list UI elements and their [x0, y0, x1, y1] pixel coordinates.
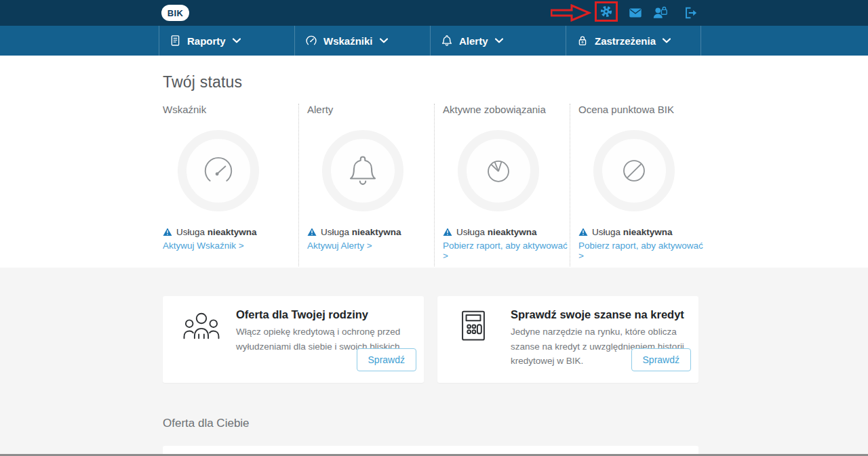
- chevron-down-icon: [495, 38, 503, 43]
- bell-icon: [440, 33, 454, 48]
- status-warning: Usługa nieaktywna: [578, 227, 705, 237]
- status-label: Usługa: [321, 227, 349, 237]
- activate-alerty-link[interactable]: Aktywuj Alerty >: [307, 241, 434, 251]
- top-bar: BIK: [0, 0, 868, 26]
- status-card-wskaznik: Wskaźnik Usługa nieaktywna Aktywuj Wskaź…: [163, 104, 298, 266]
- status-ring: [593, 130, 675, 211]
- status-warning: Usługa nieaktywna: [443, 227, 570, 237]
- status-card-zobowiazania: Aktywne zobowiązania Usługa nieaktywna: [434, 104, 570, 266]
- documents-icon: [169, 33, 182, 48]
- offer-title: Oferta dla Twojej rodziny: [236, 308, 368, 321]
- nav-label: Wskaźniki: [323, 35, 373, 47]
- gauge-icon: [198, 150, 239, 191]
- status-value: nieaktywna: [488, 227, 537, 237]
- status-card-title: Alerty: [307, 104, 434, 116]
- nav-label: Alerty: [459, 35, 488, 47]
- offer-title: Sprawdź swoje szanse na kredyt: [511, 308, 684, 321]
- chevron-down-icon: [380, 38, 388, 43]
- warning-triangle-icon: [307, 228, 317, 236]
- status-value: nieaktywna: [352, 227, 401, 237]
- warning-triangle-icon: [578, 228, 588, 236]
- annotation-red-arrow-icon: [551, 4, 591, 22]
- no-entry-icon: [614, 151, 654, 190]
- messages-envelope-icon[interactable]: [627, 5, 644, 21]
- sprawdz-button[interactable]: Sprawdź: [357, 348, 416, 371]
- bell-icon: [344, 151, 382, 190]
- download-report-link[interactable]: Pobierz raport, aby aktywować >: [578, 241, 705, 261]
- offers-section: Oferta dla Twojej rodziny Włącz opiekę k…: [0, 268, 868, 456]
- status-card-title: Wskaźnik: [163, 104, 298, 116]
- main-nav: Raporty Wskaźniki: [0, 26, 868, 56]
- page-title: Twój status: [163, 73, 242, 91]
- warning-triangle-icon: [163, 228, 172, 236]
- offer-card-family: Oferta dla Twojej rodziny Włącz opiekę k…: [163, 296, 424, 383]
- annotation-red-box: [595, 1, 618, 22]
- bik-portal-screen: BIK: [0, 0, 868, 456]
- status-label: Usługa: [176, 227, 205, 237]
- status-ring: [458, 130, 539, 211]
- nav-label: Raporty: [187, 35, 226, 47]
- nav-label: Zastrzeżenia: [595, 35, 656, 47]
- offer-card-credit-chances: Sprawdź swoje szanse na kredyt Jedyne na…: [437, 296, 698, 383]
- pie-chart-icon: [479, 151, 518, 190]
- padlock-icon: [576, 33, 589, 48]
- activate-wskaznik-link[interactable]: Aktywuj Wskaźnik >: [163, 241, 298, 251]
- bik-logo-text: BIK: [167, 8, 184, 18]
- logout-icon[interactable]: [682, 5, 698, 21]
- sprawdz-button[interactable]: Sprawdź: [631, 348, 691, 371]
- status-value: nieaktywna: [208, 227, 257, 237]
- status-cards: Wskaźnik Usługa nieaktywna Aktywuj Wskaź…: [163, 104, 705, 266]
- nav-item-alerty[interactable]: Alerty: [430, 26, 566, 56]
- user-profile-icon[interactable]: [652, 5, 669, 21]
- nav-item-wskazniki[interactable]: Wskaźniki: [294, 26, 430, 56]
- gauge-icon: [304, 34, 318, 47]
- status-value: nieaktywna: [623, 227, 673, 237]
- bik-logo[interactable]: BIK: [161, 5, 189, 21]
- status-ring: [178, 130, 259, 211]
- status-warning: Usługa nieaktywna: [163, 227, 298, 237]
- family-icon: [180, 310, 222, 344]
- warning-triangle-icon: [443, 228, 452, 236]
- status-card-ocena: Ocena punktowa BIK Usługa nieaktywna Pob…: [570, 104, 705, 266]
- chevron-down-icon: [663, 38, 671, 43]
- status-ring: [322, 130, 403, 211]
- download-report-link[interactable]: Pobierz raport, aby aktywować >: [443, 241, 570, 261]
- calculator-icon: [460, 309, 487, 343]
- status-card-title: Ocena punktowa BIK: [578, 104, 705, 116]
- status-label: Usługa: [592, 227, 620, 237]
- status-label: Usługa: [456, 227, 485, 237]
- offers-heading: Oferta dla Ciebie: [163, 417, 250, 430]
- nav-item-raporty[interactable]: Raporty: [159, 26, 294, 56]
- status-warning: Usługa nieaktywna: [307, 227, 434, 237]
- status-card-alerty: Alerty Usługa nieaktywna Aktywuj Alerty …: [298, 104, 434, 266]
- settings-gear-icon[interactable]: [599, 5, 613, 18]
- chevron-down-icon: [233, 38, 241, 43]
- nav-item-zastrzezenia[interactable]: Zastrzeżenia: [566, 26, 701, 56]
- status-card-title: Aktywne zobowiązania: [443, 104, 570, 116]
